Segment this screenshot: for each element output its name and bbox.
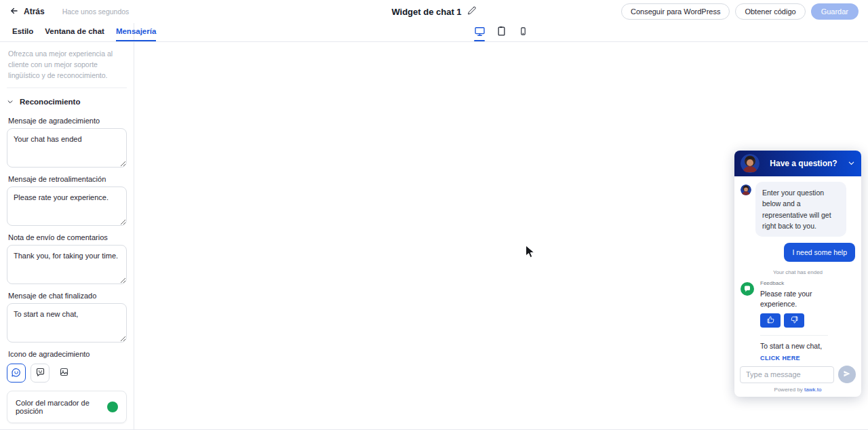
field-label-chat-ended: Mensaje de chat finalizado — [8, 292, 125, 300]
powered-by-text: Powered by — [774, 387, 803, 393]
content: Ofrezca una mejor experiencia al cliente… — [0, 42, 868, 429]
agent-avatar — [741, 154, 760, 173]
widget-title: Have a question? — [760, 159, 848, 168]
rename-widget-button[interactable] — [468, 6, 477, 17]
chat-ended-status: Your chat has ended — [741, 269, 855, 275]
preview-canvas: Have a question? Enter your question bel… — [134, 42, 868, 429]
edit-pencil-icon — [468, 6, 477, 17]
wordpress-button[interactable]: Conseguir para WordPress — [621, 3, 730, 20]
chat-ended-message-input[interactable]: To start a new chat, — [7, 303, 127, 343]
feedback-note-input[interactable]: Thank you, for taking your time. — [7, 245, 127, 284]
thumb-down-icon — [790, 315, 799, 326]
device-mobile-button[interactable] — [518, 23, 529, 41]
chat-widget-editor: Atrás Hace unos segundos Widget de chat … — [0, 0, 868, 430]
agent-message-row: Enter your question below and a represen… — [741, 182, 855, 237]
field-label-feedback: Mensaje de retroalimentación — [8, 175, 125, 183]
feedback-divider — [760, 335, 828, 336]
thumb-up-icon — [766, 315, 775, 326]
icon-section-label: Icono de agradecimiento — [8, 350, 125, 358]
save-button[interactable]: Guardar — [811, 3, 859, 20]
square-chat-smiley-icon — [35, 367, 45, 379]
icon-option-square-bubble[interactable] — [31, 364, 50, 383]
saved-status: Hace unos segundos — [62, 7, 130, 16]
recognition-section-toggle[interactable]: Reconocimiento — [7, 96, 127, 108]
thank-you-icon-options — [7, 364, 127, 383]
feedback-label: Feedback — [760, 280, 828, 286]
placeholder-color-row[interactable]: Color del marcador de posición — [7, 391, 127, 423]
visitor-message-bubble[interactable]: I need some help — [784, 243, 855, 262]
topbar-left: Atrás Hace unos segundos — [9, 6, 129, 18]
message-input[interactable] — [740, 366, 834, 383]
feedback-card: Feedback Please rate your experience. — [741, 280, 855, 361]
restart-chat-link[interactable]: CLICK HERE — [760, 355, 800, 361]
recognition-section-title: Reconocimiento — [20, 98, 80, 106]
sidebar-divider — [7, 87, 127, 88]
agent-message-bubble: Enter your question below and a represen… — [755, 182, 846, 237]
mouse-cursor — [525, 245, 535, 261]
back-button-label: Atrás — [24, 7, 45, 16]
placeholder-color-label: Color del marcador de posición — [16, 399, 107, 415]
powered-by: Powered by tawk.to — [740, 387, 856, 393]
subbar: Estilo Ventana de chat Mensajería — [0, 23, 868, 42]
topbar-right: Conseguir para WordPress Obtener código … — [621, 3, 859, 20]
icon-option-round-bubble[interactable] — [7, 364, 26, 383]
chat-widget-preview: Have a question? Enter your question bel… — [734, 151, 861, 397]
chevron-down-icon — [7, 96, 14, 108]
feedback-thumb-buttons — [760, 313, 828, 328]
desktop-icon — [474, 26, 486, 39]
round-chat-smiley-icon — [11, 367, 22, 380]
thank-you-message-input[interactable]: Your chat has ended — [7, 128, 127, 168]
widget-header[interactable]: Have a question? — [734, 151, 861, 176]
mobile-icon — [519, 26, 528, 39]
chat-bubble-logo-icon — [741, 282, 754, 296]
device-tablet-button[interactable] — [496, 23, 507, 41]
send-icon — [843, 370, 851, 380]
tab-ventana-de-chat[interactable]: Ventana de chat — [45, 27, 104, 41]
thumb-up-button[interactable] — [760, 313, 781, 328]
agent-avatar-small — [741, 184, 751, 195]
messaging-settings-sidebar: Ofrezca una mejor experiencia al cliente… — [0, 42, 134, 429]
feedback-text: Please rate your experience. — [760, 289, 823, 309]
topbar-center: Widget de chat 1 — [391, 0, 476, 23]
send-button[interactable] — [838, 366, 856, 383]
device-active-underline — [474, 40, 485, 41]
custom-smiley-icon — [59, 367, 69, 379]
sidebar-description: Ofrezca una mejor experiencia al cliente… — [8, 49, 125, 81]
restart-chat-text: To start a new chat, — [760, 342, 828, 350]
icon-option-custom[interactable] — [54, 364, 73, 383]
widget-conversation: Enter your question below and a represen… — [734, 176, 861, 361]
device-switcher — [134, 23, 868, 41]
field-label-thank-you: Mensaje de agradecimiento — [8, 117, 125, 125]
thumb-down-button[interactable] — [784, 313, 804, 328]
visitor-message-row: I need some help — [741, 243, 855, 262]
field-label-feedback-note: Nota de envío de comentarios — [8, 233, 125, 241]
widget-footer: Powered by tawk.to — [734, 361, 861, 397]
feedback-message-input[interactable]: Please rate your experience. — [7, 187, 127, 226]
tab-bar: Estilo Ventana de chat Mensajería — [0, 23, 134, 41]
page-title: Widget de chat 1 — [391, 7, 461, 17]
back-arrow-icon — [9, 6, 19, 18]
message-input-row — [740, 366, 856, 383]
tab-estilo[interactable]: Estilo — [12, 27, 33, 41]
feedback-content: Feedback Please rate your experience. — [760, 280, 828, 361]
brand-link[interactable]: tawk.to — [804, 387, 821, 393]
chevron-down-icon[interactable] — [848, 157, 855, 170]
topbar: Atrás Hace unos segundos Widget de chat … — [0, 0, 868, 23]
color-swatch[interactable] — [107, 402, 118, 412]
back-button[interactable]: Atrás — [9, 6, 45, 18]
get-code-button[interactable]: Obtener código — [735, 3, 805, 20]
tablet-icon — [496, 26, 507, 39]
device-desktop-button[interactable] — [474, 24, 486, 41]
